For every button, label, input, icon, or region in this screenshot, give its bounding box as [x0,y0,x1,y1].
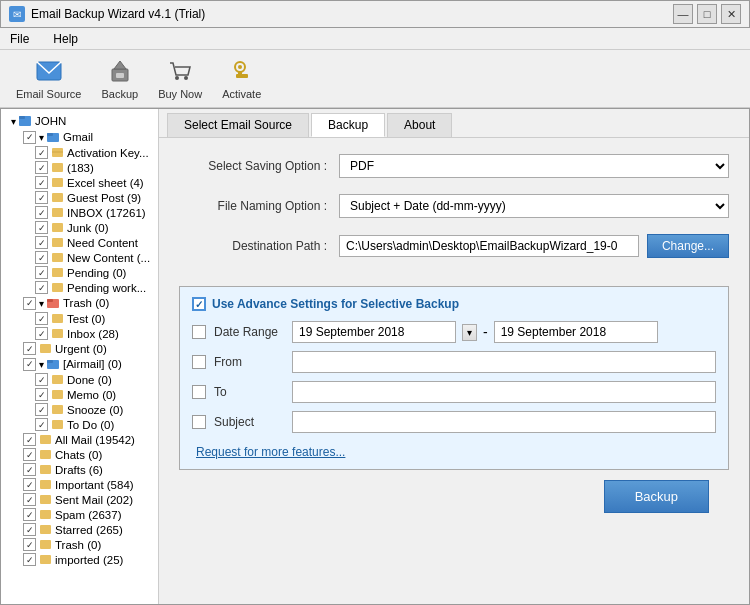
main-area: ▾ JOHN ✓ ▾ Gmail ✓ Activation Key... ✓ (… [0,108,750,605]
svg-rect-29 [40,344,51,353]
sidebar-item-urgent[interactable]: ✓ Urgent (0) [1,341,158,356]
sidebar-item-spam[interactable]: ✓ Spam (2637) [1,507,158,522]
sidebar-item-needcontent[interactable]: ✓ Need Content [1,235,158,250]
sidebar-item-label: Trash (0) [55,539,101,551]
content-area: Select Email Source Backup About Select … [159,109,749,604]
svg-rect-44 [40,555,51,564]
activate-button[interactable]: Activate [214,53,269,104]
svg-rect-16 [52,163,63,172]
sidebar-item-label: Starred (265) [55,524,123,536]
sidebar-item-done[interactable]: ✓ Done (0) [1,372,158,387]
svg-point-4 [175,76,179,80]
sidebar-item-allmail[interactable]: ✓ All Mail (19542) [1,432,158,447]
sidebar-item-important[interactable]: ✓ Important (584) [1,477,158,492]
sidebar-item-chats[interactable]: ✓ Chats (0) [1,447,158,462]
subject-checkbox[interactable] [192,415,206,429]
minimize-button[interactable]: — [673,4,693,24]
sidebar-item-memo[interactable]: ✓ Memo (0) [1,387,158,402]
sidebar-item-gmail[interactable]: ✓ ▾ Gmail [1,129,158,145]
svg-rect-18 [52,193,63,202]
sidebar-item-trash[interactable]: ✓ ▾ Trash (0) [1,295,158,311]
sidebar-item-newcontent[interactable]: ✓ New Content (... [1,250,158,265]
sidebar-item-activation[interactable]: ✓ Activation Key... [1,145,158,160]
menu-file[interactable]: File [4,31,35,47]
to-row: To [192,381,716,403]
file-naming-select[interactable]: Subject + Date (dd-mm-yyyy) Subject Date [339,194,729,218]
svg-rect-26 [47,299,53,302]
tab-backup[interactable]: Backup [311,113,385,137]
svg-rect-39 [40,480,51,489]
to-input[interactable] [292,381,716,403]
dest-path-row: Destination Path : Change... [179,234,729,258]
sidebar-item-label: Pending (0) [67,267,126,279]
sidebar-item-test[interactable]: ✓ Test (0) [1,311,158,326]
sidebar-item-label: Sent Mail (202) [55,494,133,506]
sidebar-item-imported[interactable]: ✓ imported (25) [1,552,158,567]
tab-about[interactable]: About [387,113,452,137]
svg-rect-24 [52,283,63,292]
backup-button[interactable]: Backup [93,53,146,104]
sidebar-item-inbox2[interactable]: ✓ Inbox (28) [1,326,158,341]
sidebar-item-snooze[interactable]: ✓ Snooze (0) [1,402,158,417]
sidebar-item-label: Drafts (6) [55,464,103,476]
svg-rect-14 [52,148,63,157]
svg-rect-27 [52,314,63,323]
svg-rect-31 [47,360,53,363]
date-from-picker[interactable]: ▾ [462,324,477,341]
svg-rect-23 [52,268,63,277]
sidebar-item-trash2[interactable]: ✓ Trash (0) [1,537,158,552]
sidebar-item-sentmail[interactable]: ✓ Sent Mail (202) [1,492,158,507]
from-checkbox[interactable] [192,355,206,369]
sidebar-item-label: Important (584) [55,479,134,491]
to-checkbox[interactable] [192,385,206,399]
svg-rect-17 [52,178,63,187]
sidebar-item-label: Done (0) [67,374,112,386]
from-label: From [214,355,284,369]
file-naming-label: File Naming Option : [179,199,339,213]
sidebar-item-label: New Content (... [67,252,150,264]
app-title: Email Backup Wizard v4.1 (Trial) [31,7,205,21]
sidebar-item-label: Pending work... [67,282,146,294]
sidebar-item-inbox[interactable]: ✓ INBOX (17261) [1,205,158,220]
sidebar-item-drafts[interactable]: ✓ Drafts (6) [1,462,158,477]
date-range-checkbox[interactable] [192,325,206,339]
sidebar-item-label: Snooze (0) [67,404,123,416]
date-to-input[interactable] [494,321,658,343]
from-input[interactable] [292,351,716,373]
sidebar-item-john[interactable]: ▾ JOHN [1,113,158,129]
sidebar-item-pending[interactable]: ✓ Pending (0) [1,265,158,280]
svg-rect-13 [47,133,53,136]
change-button[interactable]: Change... [647,234,729,258]
file-naming-control: Subject + Date (dd-mm-yyyy) Subject Date [339,194,729,218]
sidebar-item-starred[interactable]: ✓ Starred (265) [1,522,158,537]
sidebar-item-pendingwork[interactable]: ✓ Pending work... [1,280,158,295]
email-source-button[interactable]: Email Source [8,53,89,104]
dest-path-label: Destination Path : [179,239,339,253]
sidebar-item-airmail[interactable]: ✓ ▾ [Airmail] (0) [1,356,158,372]
sidebar-item-label: Test (0) [67,313,105,325]
sidebar-item-todo[interactable]: ✓ To Do (0) [1,417,158,432]
tab-select-email-source[interactable]: Select Email Source [167,113,309,137]
menu-help[interactable]: Help [47,31,84,47]
buy-now-button[interactable]: Buy Now [150,53,210,104]
svg-rect-41 [40,510,51,519]
dest-path-input[interactable] [339,235,639,257]
subject-input[interactable] [292,411,716,433]
sidebar-item-junk[interactable]: ✓ Junk (0) [1,220,158,235]
advance-settings-section: ✓ Use Advance Settings for Selective Bac… [179,286,729,470]
date-from-input[interactable] [292,321,456,343]
app-icon: ✉ [9,6,25,22]
backup-submit-button[interactable]: Backup [604,480,709,513]
close-button[interactable]: ✕ [721,4,741,24]
sidebar-item-excel[interactable]: ✓ Excel sheet (4) [1,175,158,190]
sidebar-item-guestpost[interactable]: ✓ Guest Post (9) [1,190,158,205]
maximize-button[interactable]: □ [697,4,717,24]
sidebar-item-folder183[interactable]: ✓ (183) [1,160,158,175]
advance-settings-checkbox[interactable]: ✓ [192,297,206,311]
more-features-link[interactable]: Request for more features... [196,445,345,459]
svg-rect-35 [52,420,63,429]
saving-option-select[interactable]: PDF PST MSG EML HTML MBOX [339,154,729,178]
saving-option-label: Select Saving Option : [179,159,339,173]
sidebar: ▾ JOHN ✓ ▾ Gmail ✓ Activation Key... ✓ (… [1,109,159,604]
toolbar: Email Source Backup Buy Now [0,50,750,108]
